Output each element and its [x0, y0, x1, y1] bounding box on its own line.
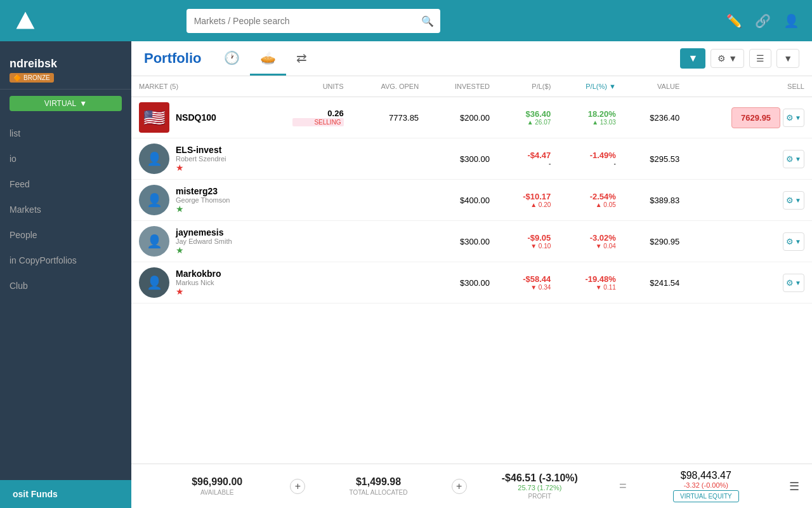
market-cell: 🇺🇸 NSDQ100: [131, 97, 285, 138]
sell-td: ⚙ ▼: [687, 180, 812, 221]
row-gear-button[interactable]: ⚙ ▼: [783, 109, 804, 127]
row-gear-button[interactable]: ⚙ ▼: [783, 191, 804, 210]
table-row: 👤 Markokbro Markus Nick ★ $300.00 -$58.4…: [131, 262, 812, 304]
bottom-bar: $96,990.00 AVAILABLE + $1,499.98 TOTAL A…: [131, 464, 812, 508]
row-gear-button[interactable]: ⚙ ▼: [783, 150, 804, 168]
avg-open-td: [351, 138, 426, 180]
units-td: 0.26 SELLING: [285, 97, 351, 138]
pl-percent-td: -1.49% -: [558, 138, 624, 180]
table-header-row: MARKET (5) UNITS AVG. OPEN INVESTED P/L(…: [131, 76, 812, 97]
pl-percent-sub: -: [566, 160, 616, 167]
equity-sub: -3.32 (-0.00%): [684, 481, 728, 489]
add-allocated-button[interactable]: +: [452, 479, 467, 494]
col-units: UNITS: [285, 76, 351, 97]
row-gear-button[interactable]: ⚙ ▼: [783, 274, 804, 292]
sidebar-item-people[interactable]: People: [0, 222, 131, 248]
sidebar-item-list[interactable]: list: [0, 121, 131, 146]
sidebar-item-io[interactable]: io: [0, 146, 131, 171]
pl-dollar-main: $36.40: [505, 109, 551, 119]
share-icon[interactable]: 🔗: [755, 13, 771, 29]
market-subname: George Thomson: [176, 196, 230, 204]
pl-percent-td: -2.54% ▲ 0.05: [558, 180, 624, 221]
virtual-equity-button[interactable]: VIRTUAL EQUITY: [673, 490, 739, 502]
avg-open-td: [351, 221, 426, 262]
pl-dollar-sub: ▼ 0.10: [505, 243, 551, 250]
search-icon: 🔍: [421, 15, 434, 27]
pl-dollar-main: -$9.05: [505, 233, 551, 243]
pl-dollar-main: -$58.44: [505, 274, 551, 284]
col-pl-percent[interactable]: P/L(%) ▼: [558, 76, 624, 97]
sidebar-item-copyportfolios[interactable]: in CopyPortfolios: [0, 248, 131, 273]
search-input[interactable]: [187, 9, 440, 33]
logo[interactable]: [13, 8, 38, 34]
sidebar-item-markets[interactable]: Markets: [0, 197, 131, 222]
filter-button[interactable]: ▼: [680, 48, 705, 69]
pl-percent-sub: ▼ 0.11: [566, 284, 616, 291]
settings-button[interactable]: ⚙ ▼: [710, 49, 744, 68]
pl-dollar-td: -$58.44 ▼ 0.34: [497, 262, 558, 304]
market-name: NSDQ100: [176, 112, 216, 123]
pl-percent-td: 18.20% ▲ 13.03: [558, 97, 624, 138]
portfolio-table-container: MARKET (5) UNITS AVG. OPEN INVESTED P/L(…: [131, 76, 812, 464]
tab-transfer[interactable]: ⇄: [286, 41, 317, 76]
pl-dollar-sub: ▲ 26.07: [505, 119, 551, 126]
avg-open-td: 7773.85: [351, 97, 426, 138]
profile-icon[interactable]: 👤: [783, 13, 799, 29]
gear-icon: ⚙: [786, 113, 794, 123]
portfolio-header: Portfolio 🕐 🥧 ⇄ ▼ ⚙ ▼ ☰ ▼: [131, 41, 812, 76]
pl-dollar-td: -$9.05 ▼ 0.10: [497, 221, 558, 262]
virtual-button[interactable]: VIRTUAL ▼: [10, 96, 122, 111]
sidebar-item-feed[interactable]: Feed: [0, 171, 131, 197]
invested-td: $300.00: [426, 221, 497, 262]
row-gear-button[interactable]: ⚙ ▼: [783, 232, 804, 251]
value-td: $241.54: [624, 262, 687, 304]
edit-icon[interactable]: ✏️: [726, 13, 742, 29]
deposit-button[interactable]: osit Funds: [0, 480, 131, 508]
profit-label: PROFIT: [528, 493, 551, 500]
market-subname: Markus Nick: [176, 279, 221, 286]
market-name: misterg23: [176, 186, 230, 196]
list-view-button[interactable]: ☰: [749, 49, 771, 68]
expand-button[interactable]: ▼: [776, 49, 799, 68]
star-icon: ★: [176, 204, 184, 214]
pl-percent-main: -1.49%: [566, 150, 616, 160]
units-td: [285, 138, 351, 180]
gear-icon: ⚙: [786, 278, 794, 288]
avg-open-td: [351, 262, 426, 304]
gear-icon: ⚙: [786, 154, 794, 164]
search-bar: 🔍: [187, 9, 440, 33]
col-sell: SELL: [687, 76, 812, 97]
add-available-button[interactable]: +: [290, 479, 305, 494]
col-value: VALUE: [624, 76, 687, 97]
header-actions: ✏️ 🔗 👤: [726, 13, 799, 29]
chevron-down-icon: ▼: [795, 238, 801, 245]
pl-percent-sub: ▼ 0.04: [566, 243, 616, 250]
pl-dollar-main: -$10.17: [505, 192, 551, 201]
profit-main: -$46.51 (-3.10%): [502, 472, 578, 484]
pl-dollar-td: -$4.47 -: [497, 138, 558, 180]
market-subname: Jay Edward Smith: [176, 237, 232, 245]
available-value: $96,990.00: [192, 476, 242, 488]
col-market: MARKET (5): [131, 76, 285, 97]
tab-pie[interactable]: 🥧: [250, 41, 286, 76]
pl-percent-sub: ▲ 0.05: [566, 201, 616, 208]
options-icon[interactable]: ☰: [789, 479, 799, 493]
market-cell: 👤 jaynemesis Jay Edward Smith ★: [131, 221, 285, 262]
svg-marker-0: [16, 11, 35, 29]
market-name: ELS-invest: [176, 145, 226, 155]
sidebar: ndreibsk 🔶 BRONZE VIRTUAL ▼ list io Feed…: [0, 41, 131, 508]
sell-button[interactable]: 7629.95: [731, 107, 780, 128]
pl-dollar-td: $36.40 ▲ 26.07: [497, 97, 558, 138]
units-value: 0.26: [292, 109, 344, 118]
pl-percent-main: -3.02%: [566, 233, 616, 243]
user-badge: 🔶 BRONZE: [10, 73, 54, 83]
portfolio-title: Portfolio: [144, 50, 201, 67]
units-td: [285, 262, 351, 304]
tab-history[interactable]: 🕐: [214, 41, 250, 76]
badge-icon: 🔶: [13, 74, 21, 81]
sell-td: ⚙ ▼: [687, 221, 812, 262]
sidebar-item-club[interactable]: Club: [0, 273, 131, 298]
market-cell: 👤 Markokbro Markus Nick ★: [131, 262, 285, 304]
portfolio-table: MARKET (5) UNITS AVG. OPEN INVESTED P/L(…: [131, 76, 812, 304]
value-td: $295.53: [624, 138, 687, 180]
